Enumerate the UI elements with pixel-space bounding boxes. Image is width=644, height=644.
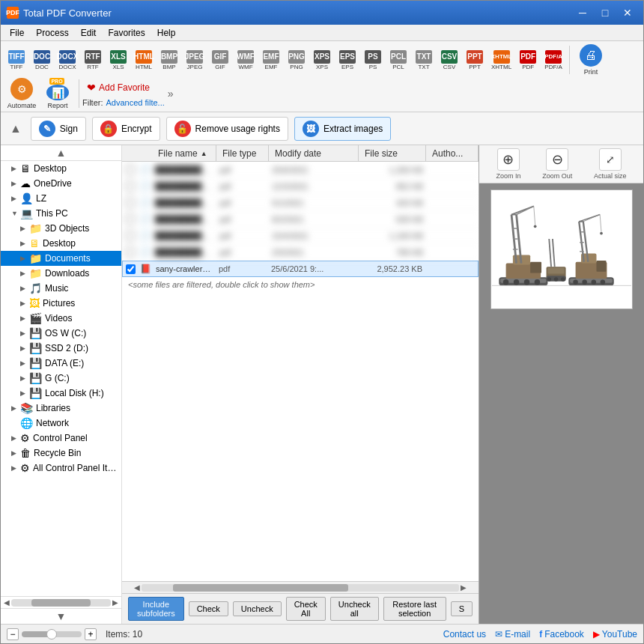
col-header-date[interactable]: Modify date [269, 145, 359, 161]
format-pdf-button[interactable]: PDF PDF [516, 43, 540, 76]
toolbar-expand-button[interactable]: » [165, 86, 177, 101]
sidebar-item-controlpanel[interactable]: ▶ ⚙ Control Panel [1, 431, 121, 446]
sidebar-item-desktop2[interactable]: ▶ 🖥 Desktop [1, 236, 121, 251]
print-button[interactable]: 🖨 Print [573, 43, 609, 76]
col-header-type[interactable]: File type [216, 145, 269, 161]
hscroll-track[interactable] [142, 584, 459, 592]
menu-file[interactable]: File [4, 26, 30, 40]
hscroll-right-arrow[interactable]: ▶ [461, 583, 467, 592]
zoom-slider-thumb[interactable] [46, 629, 57, 640]
sidebar-item-osw[interactable]: ▶ 💾 OS W (C:) [1, 326, 121, 341]
col-header-name[interactable]: File name ▲ [152, 145, 216, 161]
sidebar-item-onedrive[interactable]: ▶ ☁ OneDrive [1, 176, 121, 191]
sidebar-item-pictures[interactable]: ▶ 🖼 Pictures [1, 296, 121, 311]
sidebar-item-lz[interactable]: ▶ 👤 LZ [1, 191, 121, 206]
sidebar-item-datae[interactable]: ▶ 💾 DATA (E:) [1, 356, 121, 371]
restore-selection-button[interactable]: Restore last selection [383, 597, 446, 621]
uncheck-button[interactable]: Uncheck [233, 601, 282, 616]
zoom-minus-button[interactable]: − [7, 628, 19, 640]
sidebar-item-desktop[interactable]: ▶ 🖥 Desktop [1, 161, 121, 176]
format-ps-button[interactable]: PS PS [361, 43, 385, 76]
format-tiff-button[interactable]: TIFF TIFF [4, 43, 28, 76]
format-xls-button[interactable]: XLS XLS [106, 43, 130, 76]
row-checkbox[interactable] [125, 198, 135, 207]
include-subfolders-button[interactable]: Include subfolders [128, 597, 184, 621]
col-header-author[interactable]: Autho... [426, 145, 479, 161]
format-rtf-button[interactable]: RTF RTF [81, 43, 105, 76]
col-header-size[interactable]: File size [359, 145, 426, 161]
check-button[interactable]: Check [189, 601, 228, 616]
remove-rights-button[interactable]: 🔓 Remove usage rights [166, 117, 288, 141]
close-button[interactable]: ✕ [618, 5, 637, 20]
maximize-button[interactable]: □ [595, 5, 615, 20]
format-txt-button[interactable]: TXT TXT [412, 43, 436, 76]
sidebar-item-gdriver[interactable]: ▶ 💾 G (C:) [1, 371, 121, 386]
menu-favorites[interactable]: Favorites [102, 26, 151, 40]
sidebar-item-videos[interactable]: ▶ 🎬 Videos [1, 311, 121, 326]
sidebar-item-thispc[interactable]: ▼ 💻 This PC [1, 206, 121, 221]
row-checkbox[interactable] [125, 247, 135, 257]
sidebar-up-arrow[interactable]: ▲ [56, 147, 67, 159]
format-doc-button[interactable]: DOC DOC [30, 43, 54, 76]
format-eps-button[interactable]: EPS EPS [335, 43, 359, 76]
sidebar-item-localdisk[interactable]: ▶ 💾 Local Disk (H:) [1, 386, 121, 401]
sidebar-item-libraries[interactable]: ▶ 📚 Libraries [1, 401, 121, 416]
hscroll-thumb[interactable] [173, 584, 347, 592]
row-checkbox[interactable] [125, 231, 135, 240]
minimize-button[interactable]: ─ [573, 5, 592, 20]
zoom-out-button[interactable]: ⊖ Zoom Out [542, 148, 572, 180]
uncheck-all-button[interactable]: Uncheck all [330, 597, 379, 621]
menu-help[interactable]: Help [151, 26, 182, 40]
row-checkbox[interactable] [126, 264, 136, 274]
format-pdfa-button[interactable]: PDF/A PDF/A [541, 43, 565, 76]
s-button[interactable]: S [451, 601, 473, 616]
table-row[interactable]: 📕 sany-crawler-crane-scc1800.... pdf 25/… [122, 261, 479, 277]
filtered-message[interactable]: <some files are filtered, double click t… [122, 277, 479, 292]
sidebar-item-recyclebin[interactable]: ▶ 🗑 Recycle Bin [1, 446, 121, 461]
actual-size-button[interactable]: ⤢ Actual size [594, 148, 627, 180]
sidebar-item-network[interactable]: 🌐 Network [1, 416, 121, 431]
sidebar-down-arrow[interactable]: ▼ [56, 610, 67, 622]
format-gif-button[interactable]: GIF GIF [208, 43, 232, 76]
zoom-in-button[interactable]: ⊕ Zoom In [496, 148, 520, 180]
format-bmp-button[interactable]: BMP BMP [157, 43, 181, 76]
sidebar-item-ssd2[interactable]: ▶ 💾 SSD 2 (D:) [1, 341, 121, 356]
automate-button[interactable]: ⚙ Automate [4, 77, 40, 110]
facebook-link[interactable]: f Facebook [539, 629, 584, 640]
format-ppt-button[interactable]: PPT PPT [463, 43, 487, 76]
encrypt-button[interactable]: 🔒 Encrypt [92, 117, 160, 141]
format-jpeg-button[interactable]: JPEG JPEG [183, 43, 207, 76]
format-emf-button[interactable]: EMF EMF [259, 43, 283, 76]
contact-link[interactable]: Contact us [443, 629, 486, 640]
menu-process[interactable]: Process [30, 26, 74, 40]
sidebar-right-arrow[interactable]: ▶ [112, 598, 118, 607]
hscroll-left-arrow[interactable]: ◀ [134, 583, 140, 592]
youtube-link[interactable]: ▶ YouTube [593, 629, 637, 640]
zoom-slider[interactable] [22, 631, 82, 637]
sidebar-item-music[interactable]: ▶ 🎵 Music [1, 281, 121, 296]
format-csv-button[interactable]: CSV CSV [437, 43, 461, 76]
nav-up-button[interactable]: ▲ [7, 122, 25, 136]
sidebar-left-arrow[interactable]: ◀ [4, 598, 10, 607]
row-checkbox[interactable] [125, 214, 135, 224]
format-wmf-button[interactable]: WMF WMF [234, 43, 258, 76]
sidebar-item-documents[interactable]: ▶ 📁 Documents [1, 251, 121, 266]
sign-button[interactable]: ✎ Sign [31, 117, 86, 141]
row-checkbox[interactable] [125, 181, 135, 191]
menu-edit[interactable]: Edit [75, 26, 103, 40]
report-button[interactable]: PRO 📊 Report [40, 77, 76, 110]
check-all-button[interactable]: Check All [286, 597, 326, 621]
sidebar-item-allcontrol[interactable]: ▶ ⚙ All Control Panel Ite... [1, 461, 121, 476]
format-docx-button[interactable]: DOCX DOCX [55, 43, 79, 76]
sidebar-item-downloads[interactable]: ▶ 📁 Downloads [1, 266, 121, 281]
format-png-button[interactable]: PNG PNG [285, 43, 309, 76]
extract-images-button[interactable]: 🖼 Extract images [294, 117, 391, 141]
zoom-plus-button[interactable]: + [85, 628, 97, 640]
format-pcl-button[interactable]: PCL PCL [386, 43, 410, 76]
sidebar-item-3dobjects[interactable]: ▶ 📁 3D Objects [1, 221, 121, 236]
sidebar-hscroll-thumb[interactable] [31, 599, 91, 607]
add-favorite-button[interactable]: ❤ Add Favorite [82, 80, 165, 95]
format-xhtml-button[interactable]: XHTML XHTML [488, 43, 514, 76]
row-checkbox[interactable] [125, 165, 135, 174]
sidebar-hscroll-track[interactable] [11, 599, 111, 607]
